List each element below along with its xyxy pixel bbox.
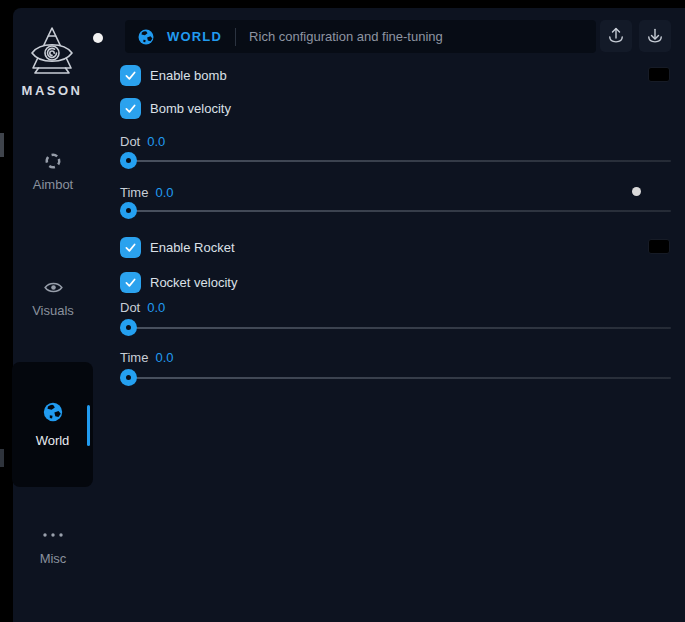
checkbox-label: Bomb velocity <box>150 101 231 116</box>
download-icon <box>645 26 665 46</box>
check-icon <box>123 68 138 83</box>
globe-icon <box>137 28 155 46</box>
bomb-color-swatch[interactable] <box>648 67 670 82</box>
slider-name: Time <box>120 185 148 200</box>
time-slider-track[interactable] <box>120 377 671 379</box>
slider-value: 0.0 <box>155 350 173 365</box>
page-subtitle: Rich configuration and fine-tuning <box>249 29 443 44</box>
globe-icon <box>42 401 64 427</box>
ellipsis-icon <box>41 524 65 546</box>
upload-config-button[interactable] <box>600 20 632 52</box>
header-divider <box>235 28 236 46</box>
eye-icon <box>43 276 64 298</box>
slider-value: 0.0 <box>147 300 165 315</box>
slider-name: Dot <box>120 134 140 149</box>
dot-slider-handle[interactable] <box>120 152 137 169</box>
sidebar-item-misc[interactable]: Misc <box>13 524 93 566</box>
slider-label-time: Time 0.0 <box>120 185 173 200</box>
check-icon <box>123 240 138 255</box>
slider-value: 0.0 <box>155 185 173 200</box>
sidebar-item-label: Aimbot <box>33 177 73 192</box>
checkbox-row-bomb-velocity: Bomb velocity <box>120 97 231 119</box>
bomb-velocity-checkbox[interactable] <box>120 98 141 119</box>
checkbox-row-enable-bomb: Enable bomb <box>120 64 227 86</box>
crosshair-icon <box>43 150 63 172</box>
checkbox-label: Rocket velocity <box>150 275 237 290</box>
time-slider-handle[interactable] <box>120 202 137 219</box>
background-artifact <box>0 133 4 157</box>
slider-name: Time <box>120 350 148 365</box>
page-header: WORLD Rich configuration and fine-tuning <box>125 20 596 53</box>
rocket-color-swatch[interactable] <box>648 239 670 254</box>
checkbox-label: Enable bomb <box>150 68 227 83</box>
selected-indicator <box>87 405 90 446</box>
checkbox-label: Enable Rocket <box>150 240 235 255</box>
dot-slider-track[interactable] <box>120 327 671 329</box>
time-slider-handle[interactable] <box>120 369 137 386</box>
download-config-button[interactable] <box>639 20 671 52</box>
time-slider-track[interactable] <box>120 210 671 212</box>
sidebar-item-label: World <box>36 433 70 448</box>
check-icon <box>123 101 138 116</box>
cursor-dot <box>632 187 641 196</box>
cursor-dot <box>93 33 103 43</box>
checkbox-row-enable-rocket: Enable Rocket <box>120 236 235 258</box>
upload-icon <box>606 26 626 46</box>
dot-slider-handle[interactable] <box>120 319 137 336</box>
slider-value: 0.0 <box>147 134 165 149</box>
slider-label-dot: Dot 0.0 <box>120 300 165 315</box>
slider-label-time: Time 0.0 <box>120 350 173 365</box>
background-artifact <box>0 449 4 467</box>
brand-name: MASON <box>12 83 92 98</box>
enable-rocket-checkbox[interactable] <box>120 237 141 258</box>
enable-bomb-checkbox[interactable] <box>120 65 141 86</box>
rocket-velocity-checkbox[interactable] <box>120 272 141 293</box>
eye-pyramid-icon <box>30 26 74 78</box>
sidebar-item-world[interactable]: World <box>12 362 93 487</box>
mason-menu: MASON Aimbot Visuals World <box>0 0 685 622</box>
page-title: WORLD <box>167 29 222 44</box>
check-icon <box>123 275 138 290</box>
slider-label-dot: Dot 0.0 <box>120 134 165 149</box>
sidebar-item-label: Misc <box>40 551 67 566</box>
slider-name: Dot <box>120 300 140 315</box>
checkbox-row-rocket-velocity: Rocket velocity <box>120 271 237 293</box>
sidebar-item-visuals[interactable]: Visuals <box>13 276 93 318</box>
dot-slider-track[interactable] <box>120 160 671 162</box>
menu-window <box>13 8 685 622</box>
sidebar-item-aimbot[interactable]: Aimbot <box>13 150 93 192</box>
sidebar-item-label: Visuals <box>32 303 74 318</box>
